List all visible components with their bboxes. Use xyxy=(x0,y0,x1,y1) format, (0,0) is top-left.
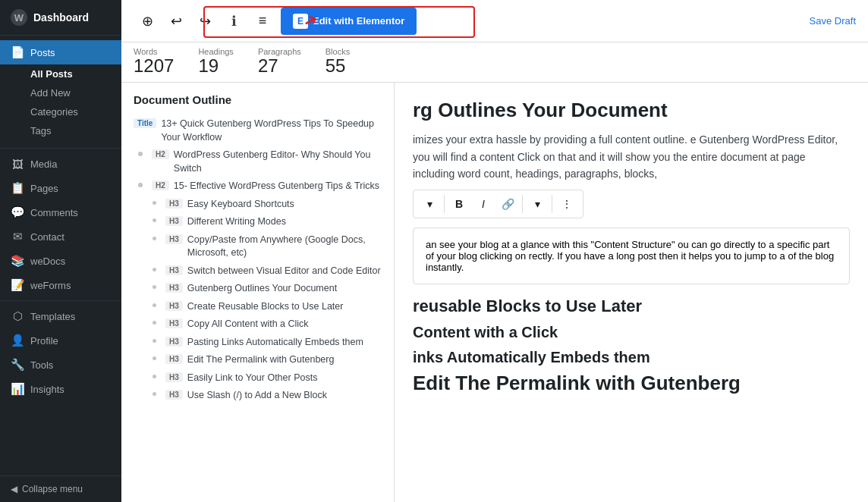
redo-button[interactable]: ↪ xyxy=(191,8,219,35)
outline-row-h3-8[interactable]: H3 Pasting Links Automatically Embeds th… xyxy=(147,334,382,352)
paragraphs-stat: Paragraphs 27 xyxy=(258,47,301,76)
dropdown-button-2[interactable]: ▾ xyxy=(526,193,549,215)
outline-row-h3-11[interactable]: H3 Use Slash (/) to Add a New Block xyxy=(147,387,382,405)
content-area: Document Outline Title 13+ Quick Gutenbe… xyxy=(121,83,868,502)
toolbar: ➜ ⊕ ↩ ↪ ℹ ≡ E Edit with Elementor Save D… xyxy=(121,0,868,42)
outline-text-h3-9: Edit The Permalink with Gutenberg xyxy=(187,353,382,367)
outline-title: Document Outline xyxy=(134,93,382,106)
pages-label: Pages xyxy=(30,183,58,194)
outline-tag-h3-3: H3 xyxy=(165,234,183,244)
add-new-label: Add New xyxy=(30,87,71,99)
sidebar-section-posts: 📄 Posts All Posts Add New Categories Tag… xyxy=(0,36,121,145)
outline-tag-h3-10: H3 xyxy=(165,372,183,382)
sidebar-item-insights[interactable]: 📊 Insights xyxy=(0,377,121,401)
templates-icon: ⬡ xyxy=(11,309,24,323)
editor-content[interactable]: rg Outlines Your Document imizes your ex… xyxy=(395,83,868,502)
more-options-toolbar-button[interactable]: ⋮ xyxy=(555,193,578,215)
sidebar-item-all-posts[interactable]: All Posts xyxy=(0,64,121,83)
heading1-text: rg Outlines Your Document xyxy=(413,99,668,121)
more-options-button[interactable]: ≡ xyxy=(249,8,276,35)
edit-elementor-button[interactable]: E Edit with Elementor xyxy=(281,8,417,35)
collapse-menu-button[interactable]: ◀ Collapse menu xyxy=(0,475,121,502)
sidebar-item-tags[interactable]: Tags xyxy=(0,121,121,140)
outline-row-h3-3[interactable]: H3 Copy/Paste from Anywhere (Google Docs… xyxy=(147,231,382,262)
bold-button[interactable]: B xyxy=(448,193,470,215)
insights-icon: 📊 xyxy=(11,382,24,396)
all-posts-label: All Posts xyxy=(30,68,73,80)
sidebar-item-contact[interactable]: ✉ Contact xyxy=(0,224,121,249)
collapse-arrow-icon: ◀ xyxy=(11,484,17,494)
sidebar-item-templates[interactable]: ⬡ Templates xyxy=(0,304,121,328)
content-heading-5: Edit The Permalink with Gutenberg xyxy=(413,371,850,397)
info-button[interactable]: ℹ xyxy=(220,8,247,35)
pages-icon: 📋 xyxy=(11,181,24,195)
outline-row-h2-2[interactable]: H2 15- Effective WordPress Gutenberg Tip… xyxy=(134,177,382,196)
outline-text-h3-4: Switch between Visual Editor and Code Ed… xyxy=(187,265,382,278)
content-toolbar: ▾ B I 🔗 ▾ ⋮ xyxy=(413,190,583,218)
format-dropdown-button[interactable]: ▾ xyxy=(418,193,441,215)
undo-button[interactable]: ↩ xyxy=(162,8,190,35)
undo-icon: ↩ xyxy=(171,13,182,30)
sidebar-item-weforms[interactable]: 📝 weForms xyxy=(0,273,121,297)
link-button[interactable]: 🔗 xyxy=(496,193,519,215)
blocks-stat: Blocks 55 xyxy=(326,47,350,76)
sidebar-item-posts[interactable]: 📄 Posts xyxy=(0,40,121,64)
outline-row-h3-7[interactable]: H3 Copy All Content with a Click xyxy=(147,315,382,334)
contact-icon: ✉ xyxy=(11,230,24,243)
para1-text: imizes your extra hassle by providing a … xyxy=(413,133,838,180)
outline-text-h2-1: WordPress Gutenberg Editor- Why Should Y… xyxy=(174,149,382,175)
toolbar-divider-1 xyxy=(444,195,445,213)
sidebar-item-wedocs[interactable]: 📚 weDocs xyxy=(0,249,121,273)
outline-row-h2-1[interactable]: H2 WordPress Gutenberg Editor- Why Shoul… xyxy=(134,146,382,177)
templates-label: Templates xyxy=(30,311,75,322)
outline-tag-h3-2: H3 xyxy=(165,216,183,226)
content-box[interactable]: an see your blog at a glance with this "… xyxy=(413,227,850,284)
sidebar-item-add-new[interactable]: Add New xyxy=(0,83,121,102)
sidebar: W Dashboard 📄 Posts All Posts Add New Ca… xyxy=(0,0,121,502)
contact-label: Contact xyxy=(30,231,64,243)
headings-stat: Headings 19 xyxy=(198,47,233,76)
sidebar-item-media[interactable]: 🖼 Media xyxy=(0,152,121,176)
heading2-text: reusable Blocks to Use Later xyxy=(413,296,642,315)
toolbar-divider-3 xyxy=(552,195,552,213)
heading3-text: Content with a Click xyxy=(413,324,558,340)
sidebar-item-categories[interactable]: Categories xyxy=(0,102,121,121)
outline-text-h3-8: Pasting Links Automatically Embeds them xyxy=(187,336,382,350)
outline-row-h3-10[interactable]: H3 Easily Link to Your Other Posts xyxy=(147,369,382,387)
sidebar-posts-label: Posts xyxy=(30,47,55,58)
heading4-text: inks Automatically Embeds them xyxy=(413,349,650,366)
brand-logo[interactable]: W Dashboard xyxy=(0,0,121,36)
outline-row-title[interactable]: Title 13+ Quick Gutenberg WordPress Tips… xyxy=(134,115,382,146)
words-value: 1207 xyxy=(134,56,174,76)
outline-panel: Document Outline Title 13+ Quick Gutenbe… xyxy=(121,83,395,502)
brand-label: Dashboard xyxy=(33,11,89,24)
outline-tag-h2-2: H2 xyxy=(152,180,169,190)
sidebar-item-profile[interactable]: 👤 Profile xyxy=(0,328,121,353)
sidebar-item-tools[interactable]: 🔧 Tools xyxy=(0,353,121,377)
outline-text-h3-11: Use Slash (/) to Add a New Block xyxy=(187,389,382,403)
content-heading-2: reusable Blocks to Use Later xyxy=(413,296,850,316)
wp-icon: W xyxy=(11,9,27,26)
italic-button[interactable]: I xyxy=(472,193,495,215)
outline-row-h3-2[interactable]: H3 Different Writing Modes xyxy=(147,213,382,231)
outline-text-h2-2: 15- Effective WordPress Gutenberg Tips &… xyxy=(174,180,382,193)
tools-label: Tools xyxy=(30,359,53,371)
outline-row-h3-9[interactable]: H3 Edit The Permalink with Gutenberg xyxy=(147,351,382,369)
outline-row-h3-5[interactable]: H3 Gutenberg Outlines Your Document xyxy=(147,280,382,298)
outline-row-h3-1[interactable]: H3 Easy Keyboard Shortcuts xyxy=(147,196,382,214)
outline-row-h3-6[interactable]: H3 Create Reusable Blocks to Use Later xyxy=(147,298,382,316)
blocks-value: 55 xyxy=(326,56,350,76)
add-block-button[interactable]: ⊕ xyxy=(134,8,161,35)
tools-icon: 🔧 xyxy=(11,358,24,372)
content-heading-4: inks Automatically Embeds them xyxy=(413,349,850,366)
comments-icon: 💬 xyxy=(11,206,24,219)
outline-row-h3-4[interactable]: H3 Switch between Visual Editor and Code… xyxy=(147,262,382,281)
outline-tag-h3-5: H3 xyxy=(165,283,183,293)
outline-tag-h3-4: H3 xyxy=(165,265,183,275)
main-area: ➜ ⊕ ↩ ↪ ℹ ≡ E Edit with Elementor Save D… xyxy=(121,0,868,502)
sidebar-item-comments[interactable]: 💬 Comments xyxy=(0,200,121,224)
save-draft-button[interactable]: Save Draft xyxy=(810,15,856,27)
collapse-label: Collapse menu xyxy=(22,484,83,494)
content-para-1[interactable]: imizes your extra hassle by providing a … xyxy=(413,131,850,182)
sidebar-item-pages[interactable]: 📋 Pages xyxy=(0,176,121,200)
